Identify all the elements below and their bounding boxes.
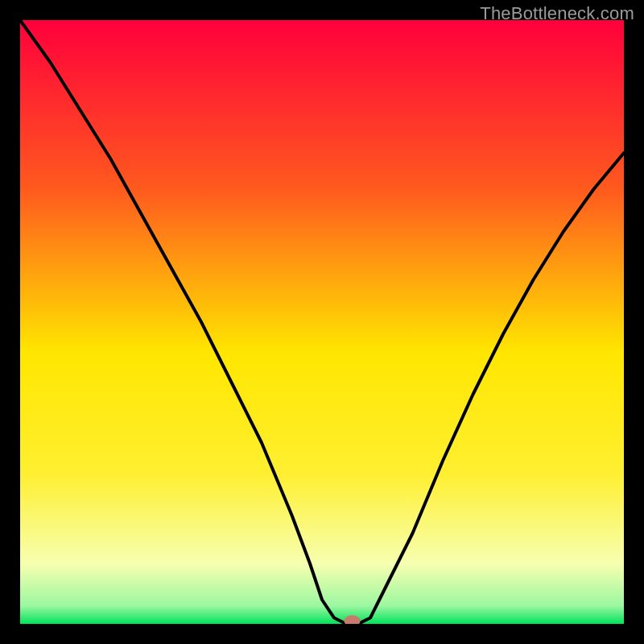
gradient-background [20, 20, 624, 624]
plot-area [20, 20, 624, 624]
chart-container: TheBottleneck.com [0, 0, 644, 644]
bottleneck-chart [20, 20, 624, 624]
watermark-text: TheBottleneck.com [480, 3, 634, 24]
